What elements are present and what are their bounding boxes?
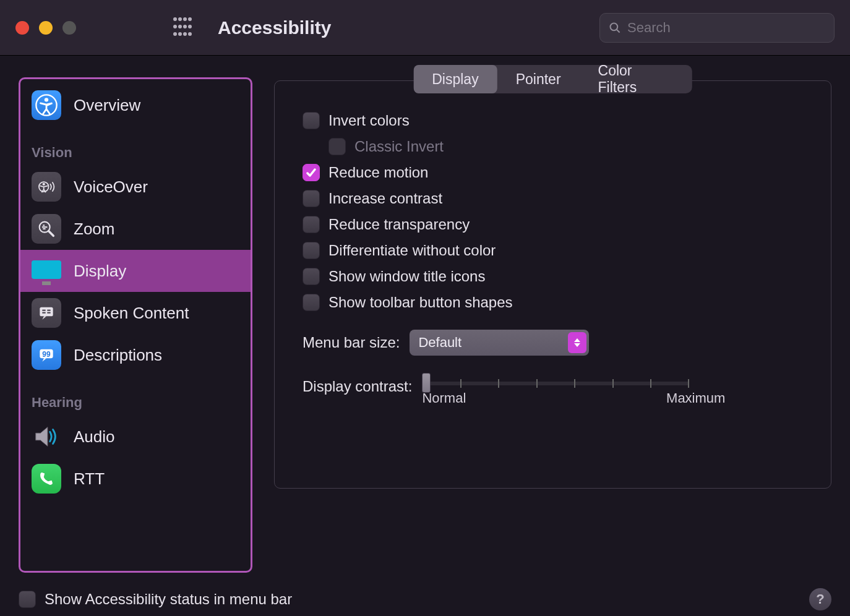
tab-pointer[interactable]: Pointer bbox=[497, 65, 580, 93]
descriptions-icon: 99 bbox=[32, 340, 61, 370]
content: Overview Vision VoiceOver Zoom Display S… bbox=[0, 56, 850, 582]
tab-color-filters[interactable]: Color Filters bbox=[580, 65, 692, 93]
setting-label: Invert colors bbox=[328, 112, 410, 129]
audio-speaker-icon bbox=[32, 422, 61, 451]
svg-point-2 bbox=[183, 17, 187, 21]
sidebar-item-label: Overview bbox=[74, 96, 140, 115]
sidebar-item-audio[interactable]: Audio bbox=[20, 416, 251, 458]
help-button[interactable]: ? bbox=[809, 588, 831, 610]
svg-line-13 bbox=[617, 29, 620, 32]
svg-point-5 bbox=[178, 25, 182, 28]
sidebar-item-zoom[interactable]: Zoom bbox=[20, 208, 251, 250]
main-panel: Display Pointer Color Filters Invert col… bbox=[274, 77, 831, 573]
show-status-checkbox[interactable] bbox=[19, 591, 36, 608]
footer: Show Accessibility status in menu bar ? bbox=[0, 582, 850, 616]
checkbox[interactable] bbox=[303, 268, 320, 285]
accessibility-icon bbox=[32, 90, 61, 120]
setting-label: Reduce motion bbox=[328, 164, 428, 181]
menu-bar-size-row: Menu bar size: Default bbox=[303, 330, 803, 356]
show-status-label: Show Accessibility status in menu bar bbox=[45, 591, 292, 608]
sidebar-item-descriptions[interactable]: 99 Descriptions bbox=[20, 334, 251, 376]
svg-point-6 bbox=[183, 25, 187, 28]
setting-reduce-transparency[interactable]: Reduce transparency bbox=[303, 216, 803, 233]
tab-display[interactable]: Display bbox=[413, 65, 497, 93]
segmented-tabs: Display Pointer Color Filters bbox=[413, 65, 692, 93]
page-title: Accessibility bbox=[218, 17, 599, 38]
svg-rect-26 bbox=[42, 312, 45, 314]
settings-panel: Invert colors Classic Invert Reduce moti… bbox=[274, 80, 831, 489]
sidebar-item-display[interactable]: Display bbox=[20, 250, 251, 292]
setting-label: Reduce transparency bbox=[328, 216, 470, 233]
sidebar-item-rtt[interactable]: RTT bbox=[20, 458, 251, 500]
search-box[interactable] bbox=[599, 13, 835, 43]
setting-differentiate-without-color[interactable]: Differentiate without color bbox=[303, 242, 803, 259]
checkbox[interactable] bbox=[303, 216, 320, 233]
sidebar-item-spoken-content[interactable]: Spoken Content bbox=[20, 292, 251, 334]
setting-label: Differentiate without color bbox=[328, 242, 496, 259]
svg-rect-23 bbox=[40, 307, 53, 317]
setting-increase-contrast[interactable]: Increase contrast bbox=[303, 190, 803, 207]
sidebar-item-label: Spoken Content bbox=[74, 304, 189, 323]
search-icon bbox=[609, 21, 621, 35]
svg-rect-25 bbox=[47, 310, 50, 311]
display-icon bbox=[32, 260, 61, 279]
sidebar-section-vision: Vision bbox=[20, 126, 251, 166]
search-input[interactable] bbox=[627, 20, 825, 36]
display-contrast-slider[interactable] bbox=[422, 382, 688, 385]
nav-arrows bbox=[119, 22, 147, 33]
menu-bar-size-label: Menu bar size: bbox=[303, 334, 400, 351]
close-window-button[interactable] bbox=[15, 21, 29, 35]
sidebar-item-label: RTT bbox=[74, 469, 105, 489]
svg-point-1 bbox=[178, 17, 182, 21]
titlebar: Accessibility bbox=[0, 0, 850, 56]
menu-bar-size-select[interactable]: Default bbox=[410, 330, 589, 356]
slider-labels: Normal Maximum bbox=[422, 390, 725, 406]
setting-reduce-motion[interactable]: Reduce motion bbox=[303, 164, 803, 181]
display-contrast-slider-wrap: Normal Maximum bbox=[422, 374, 725, 406]
svg-point-7 bbox=[188, 25, 192, 28]
sidebar-section-hearing: Hearing bbox=[20, 376, 251, 416]
checkbox[interactable] bbox=[303, 190, 320, 207]
checkbox[interactable] bbox=[303, 112, 320, 129]
sidebar-item-overview[interactable]: Overview bbox=[20, 84, 251, 126]
select-value: Default bbox=[418, 335, 461, 351]
select-stepper-icon bbox=[568, 332, 586, 353]
svg-point-0 bbox=[173, 17, 177, 21]
svg-point-9 bbox=[178, 32, 182, 36]
svg-rect-27 bbox=[47, 312, 50, 314]
svg-point-11 bbox=[188, 32, 192, 36]
svg-point-12 bbox=[611, 23, 618, 30]
show-all-preferences-button[interactable] bbox=[172, 16, 193, 40]
display-contrast-label: Display contrast: bbox=[303, 378, 412, 395]
sidebar[interactable]: Overview Vision VoiceOver Zoom Display S… bbox=[19, 77, 252, 573]
checkmark-icon bbox=[305, 166, 317, 179]
spoken-content-icon bbox=[32, 298, 61, 328]
setting-show-toolbar-button-shapes[interactable]: Show toolbar button shapes bbox=[303, 294, 803, 311]
minimize-window-button[interactable] bbox=[39, 21, 53, 35]
slider-thumb[interactable] bbox=[422, 373, 431, 393]
setting-invert-colors[interactable]: Invert colors bbox=[303, 112, 803, 129]
sidebar-item-label: Zoom bbox=[74, 220, 114, 239]
setting-label: Show window title icons bbox=[328, 268, 485, 285]
sidebar-item-label: Audio bbox=[74, 427, 115, 447]
zoom-window-button[interactable] bbox=[62, 21, 76, 35]
setting-show-window-title-icons[interactable]: Show window title icons bbox=[303, 268, 803, 285]
rtt-phone-icon bbox=[32, 464, 61, 494]
svg-point-4 bbox=[173, 25, 177, 28]
checkbox[interactable] bbox=[303, 294, 320, 311]
checkbox[interactable] bbox=[303, 164, 320, 181]
svg-text:99: 99 bbox=[42, 350, 51, 359]
voiceover-icon bbox=[32, 172, 61, 202]
setting-label: Increase contrast bbox=[328, 190, 442, 207]
svg-point-15 bbox=[45, 98, 48, 101]
svg-point-10 bbox=[183, 32, 187, 36]
svg-point-17 bbox=[43, 183, 45, 186]
setting-label: Show toolbar button shapes bbox=[328, 294, 513, 311]
slider-max-label: Maximum bbox=[666, 390, 725, 406]
svg-rect-24 bbox=[42, 310, 45, 311]
checkbox[interactable] bbox=[303, 242, 320, 259]
checkbox bbox=[328, 138, 346, 155]
sidebar-item-voiceover[interactable]: VoiceOver bbox=[20, 166, 251, 208]
display-contrast-row: Display contrast: Normal bbox=[303, 374, 803, 406]
setting-label: Classic Invert bbox=[354, 138, 444, 155]
